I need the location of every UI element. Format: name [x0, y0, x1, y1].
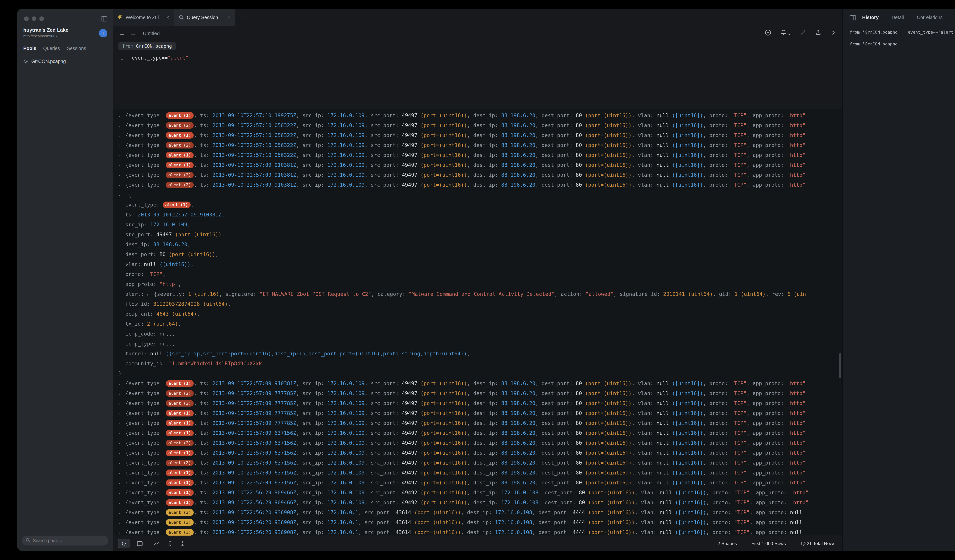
sidebar-tab-pools[interactable]: Pools [23, 46, 36, 51]
close-window-button[interactable] [24, 16, 29, 21]
expand-row-chevron[interactable]: ▸ [118, 111, 125, 120]
result-row[interactable]: ▸{event_type: alert (1), ts: 2013-09-10T… [113, 487, 842, 498]
tab-detail[interactable]: Detail [892, 15, 904, 20]
expand-row-chevron[interactable]: ▸ [118, 488, 125, 498]
search-pools-input[interactable] [33, 538, 104, 543]
token: alert: [125, 291, 147, 297]
token: "TCP" [734, 519, 750, 525]
tab-query-session[interactable]: Query Session × [174, 9, 235, 26]
token: , [554, 291, 561, 297]
token: proto: [709, 450, 731, 456]
add-pool-button[interactable]: + [99, 29, 107, 37]
edit-icon[interactable] [800, 30, 806, 37]
expand-row-chevron[interactable]: ▸ [118, 429, 125, 438]
view-json-button[interactable]: {} [118, 539, 130, 548]
result-row[interactable]: ▸{event_type: alert (2), ts: 2013-09-10T… [113, 120, 842, 130]
result-row[interactable]: ▸{event_type: alert (1), ts: 2013-09-10T… [113, 378, 842, 388]
result-row[interactable]: ▸{event_type: alert (1), ts: 2013-09-10T… [113, 408, 842, 418]
token: app_proto: [753, 182, 787, 188]
result-row[interactable]: ▸{event_type: alert (2), ts: 2013-09-10T… [113, 438, 842, 448]
token: tunnel: [125, 351, 150, 357]
zoom-window-button[interactable] [39, 16, 44, 21]
expand-row-chevron[interactable]: ▸ [118, 131, 125, 140]
vertical-scrollbar[interactable] [839, 353, 841, 378]
result-row[interactable]: ▸{event_type: alert (1), ts: 2013-09-10T… [113, 498, 842, 507]
token: 2013-09-10T22:57:09.777785Z [212, 390, 296, 396]
sidebar-tab-sessions[interactable]: Sessions [67, 46, 86, 51]
from-pool-pill[interactable]: from GrrCON.pcapng [118, 42, 176, 50]
result-row[interactable]: ▸{event_type: alert (2), ts: 2013-09-10T… [113, 180, 842, 190]
token: dest_port: [125, 251, 160, 257]
result-row[interactable]: ▸{event_type: alert (1), ts: 2013-09-10T… [113, 468, 842, 477]
result-row[interactable]: ▸{event_type: alert (1), ts: 2013-09-10T… [113, 477, 842, 487]
notifications-button[interactable] [780, 30, 791, 37]
view-table-button[interactable] [134, 539, 146, 548]
expand-row-chevron[interactable]: ▸ [118, 478, 125, 487]
expand-row-chevron[interactable]: ▸ [118, 151, 125, 160]
pool-item[interactable]: GrrCON.pcapng [17, 56, 113, 67]
result-row[interactable]: ▸{event_type: alert (2), ts: 2013-09-10T… [113, 398, 842, 408]
result-row[interactable]: ▸{event_type: alert (3), ts: 2013-09-10T… [113, 517, 842, 527]
expand-row-chevron[interactable]: ▸ [118, 449, 125, 458]
result-row[interactable]: ▸{event_type: alert (2), ts: 2013-09-10T… [113, 140, 842, 150]
result-row[interactable]: ▸{event_type: alert (1), ts: 2013-09-10T… [113, 130, 842, 140]
history-item[interactable]: from 'GrrCON.pcapng'6 mins [843, 38, 955, 50]
expand-row-chevron[interactable]: ▸ [118, 498, 125, 507]
sidebar-tab-queries[interactable]: Queries [43, 46, 60, 51]
right-panel-toggle-icon[interactable] [850, 15, 856, 20]
expand-row-chevron[interactable]: ▸ [118, 379, 125, 388]
result-row[interactable]: ▸{event_type: alert (1), ts: 2013-09-10T… [113, 448, 842, 458]
close-tab-icon[interactable]: × [163, 14, 169, 20]
collapse-all-icon[interactable] [180, 540, 185, 546]
sidebar-toggle-icon[interactable] [101, 16, 107, 23]
expand-row-chevron[interactable]: ▸ [118, 399, 125, 408]
tab-welcome-to-zui[interactable]: Welcome to Zui × [113, 9, 174, 26]
result-row[interactable]: ▸{event_type: alert (1), ts: 2013-09-10T… [113, 160, 842, 170]
query-editor[interactable]: 1 event_type=="alert" [113, 51, 842, 109]
toggle-record-chevron[interactable]: ▸ [147, 290, 154, 299]
result-row[interactable]: ▸{event_type: alert (1), ts: 2013-09-10T… [113, 110, 842, 120]
result-row[interactable]: ▸{event_type: alert (1), ts: 2013-09-10T… [113, 428, 842, 438]
result-row[interactable]: ▸{event_type: alert (2), ts: 2013-09-10T… [113, 170, 842, 180]
export-icon[interactable] [815, 30, 821, 37]
result-row[interactable]: ▸{event_type: alert (3), ts: 2013-09-10T… [113, 507, 842, 517]
token: , [194, 420, 200, 426]
token: , [296, 440, 302, 446]
token: , [747, 420, 753, 426]
back-button[interactable]: ← [119, 30, 125, 36]
expand-row-chevron[interactable]: ▸ [118, 161, 125, 170]
expand-row-chevron[interactable]: ▸ [118, 171, 125, 180]
expand-row-chevron[interactable]: ▸ [118, 508, 125, 517]
expand-row-chevron[interactable]: ▸ [118, 141, 125, 150]
result-row[interactable]: ▸{event_type: alert (3), ts: 2013-09-10T… [113, 527, 842, 535]
forward-button[interactable]: → [130, 30, 136, 36]
expand-row-chevron[interactable]: ▸ [118, 419, 125, 428]
expand-row-chevron[interactable]: ▸ [118, 459, 125, 468]
result-row[interactable]: ▸{event_type: alert (2), ts: 2013-09-10T… [113, 388, 842, 398]
expand-row-chevron[interactable]: ▸ [118, 518, 125, 527]
token: , [187, 241, 190, 247]
chart-icon[interactable] [153, 541, 160, 546]
expand-row-chevron[interactable]: ▸ [118, 438, 125, 448]
tab-history[interactable]: History [862, 15, 878, 20]
run-query-icon[interactable] [830, 30, 836, 37]
expand-row-chevron[interactable]: ▸ [118, 181, 125, 190]
result-row[interactable]: ▸{event_type: alert (1), ts: 2013-09-10T… [113, 418, 842, 428]
token: 311220372874928 (uint64) [153, 301, 228, 307]
result-row[interactable]: ▸{event_type: alert (1), ts: 2013-09-10T… [113, 150, 842, 160]
expand-row-chevron[interactable]: ▸ [118, 468, 125, 477]
result-row[interactable]: ▸{event_type: alert (2), ts: 2013-09-10T… [113, 458, 842, 468]
toggle-record-chevron[interactable]: ▾ [118, 190, 125, 200]
expand-row-chevron[interactable]: ▸ [118, 121, 125, 130]
expand-row-chevron[interactable]: ▸ [118, 389, 125, 398]
token: src_ip: [302, 430, 327, 436]
expand-all-icon[interactable] [168, 540, 172, 546]
minimize-window-button[interactable] [32, 16, 36, 21]
plus-circle-icon[interactable] [765, 29, 771, 37]
close-tab-icon[interactable]: × [224, 14, 230, 20]
expand-row-chevron[interactable]: ▸ [118, 409, 125, 418]
expand-row-chevron[interactable]: ▸ [118, 528, 125, 535]
new-tab-button[interactable]: + [235, 9, 250, 26]
tab-correlations[interactable]: Correlations [917, 15, 942, 20]
history-item[interactable]: from 'GrrCON.pcapng' | event_type=="aler… [843, 27, 955, 38]
